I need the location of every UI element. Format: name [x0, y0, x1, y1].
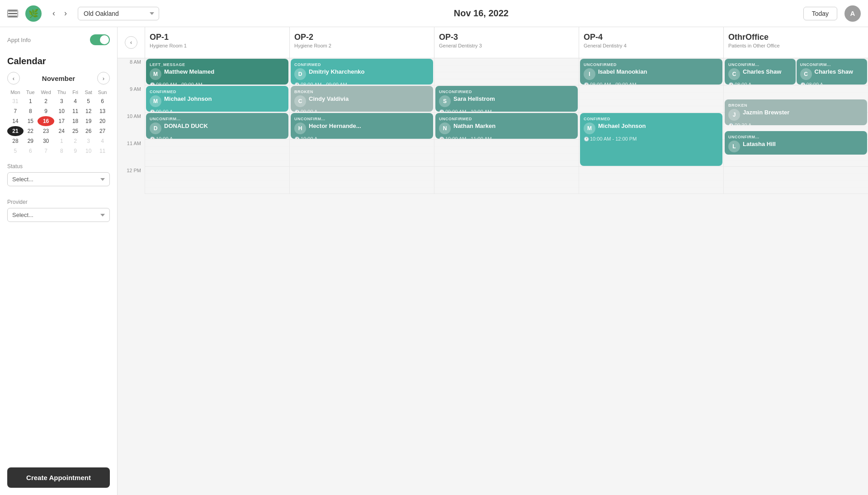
cal-day[interactable]: 10: [82, 146, 95, 156]
cal-day[interactable]: 2: [38, 96, 55, 106]
user-avatar[interactable]: A: [844, 5, 861, 22]
appt-time: 🕐 10:00 AM - 11:00 AM: [439, 136, 574, 139]
cal-day[interactable]: 6: [24, 146, 38, 156]
status-select[interactable]: Select...: [7, 172, 110, 186]
cal-day[interactable]: 24: [54, 126, 69, 136]
room-header-othr: OthrOffice Patients in Other Office: [723, 27, 868, 58]
appointment-card[interactable]: UNCONFIRM...CCharles Shaw🕐 08:00 A...: [725, 59, 796, 85]
appointment-card[interactable]: LEFT_MESSAGEMMatthew Melamed🕐 08:00 AM -…: [146, 59, 288, 85]
top-header: 🌿 ‹ › Old Oakland Nov 16, 2022 Today A: [0, 0, 868, 27]
room-name-othr: OthrOffice: [728, 33, 863, 42]
appt-name: Charles Shaw: [815, 68, 853, 75]
cal-day[interactable]: 15: [24, 116, 38, 126]
appt-name: DONALD DUCK: [164, 123, 208, 130]
appointment-card[interactable]: UNCONFIRM...HHector Hernande...🕐 10:00 A…: [291, 113, 433, 139]
cal-day[interactable]: 4: [95, 136, 110, 146]
cal-day[interactable]: 14: [7, 116, 24, 126]
cal-day[interactable]: 12: [82, 106, 95, 116]
cal-day[interactable]: 11: [95, 146, 110, 156]
cal-day[interactable]: 7: [7, 106, 24, 116]
nav-next-button[interactable]: ›: [61, 7, 71, 20]
appointment-card[interactable]: UNCONFIRMEDSSara Hellstrom🕐 09:00 AM - 1…: [435, 86, 578, 112]
create-appointment-button[interactable]: Create Appointment: [7, 467, 110, 488]
appt-time: 🕐 08:00 AM - 09:00 AM: [150, 82, 285, 85]
cal-day[interactable]: 29: [24, 136, 38, 146]
cal-day[interactable]: 11: [69, 106, 82, 116]
appointment-card[interactable]: CONFIRMEDMMichael Johnson🕐 10:00 AM - 12…: [580, 113, 722, 166]
cal-day[interactable]: 21: [7, 126, 24, 136]
cal-next-button[interactable]: ›: [97, 72, 110, 85]
menu-button[interactable]: [7, 9, 18, 18]
appt-time: 🕐 10:00 A...: [294, 136, 429, 139]
appointment-card[interactable]: UNCONFIRM...LLatasha Hill🕐 10:40 A...: [725, 131, 867, 155]
appointment-card[interactable]: UNCONFIRMEDNNathan Marken🕐 10:00 AM - 11…: [435, 113, 578, 139]
room-header-op2: OP-2 Hygiene Room 2: [289, 27, 434, 58]
appt-time: 🕐 09:00 AM - 10:00 AM: [439, 109, 574, 112]
logo: 🌿: [25, 5, 42, 22]
appointment-card[interactable]: BROKENCCindy Valdivia🕐 09:00 A...: [291, 86, 433, 112]
cal-day[interactable]: 7: [38, 146, 55, 156]
date-display: Nov 16, 2022: [166, 8, 796, 19]
cal-day[interactable]: 5: [7, 146, 24, 156]
cal-day[interactable]: 30: [38, 136, 55, 146]
cal-prev-button[interactable]: ‹: [7, 72, 20, 85]
appointment-card[interactable]: BROKENJJazmin Brewster🕐 09:30 A...: [725, 99, 867, 125]
nav-prev-button[interactable]: ‹: [49, 7, 59, 20]
cal-day[interactable]: 22: [24, 126, 38, 136]
appt-name: Jazmin Brewster: [743, 109, 789, 116]
cal-day[interactable]: 1: [54, 136, 69, 146]
cal-day[interactable]: 31: [7, 96, 24, 106]
time-row: 8 AM: [118, 58, 145, 85]
cal-day[interactable]: 9: [38, 106, 55, 116]
calendar-section: Calendar ‹ November › Mon Tue Wed Thu Fr…: [0, 52, 117, 163]
cal-month-label: November: [42, 75, 75, 82]
room-name-op3: OP-3: [439, 33, 574, 42]
cal-day[interactable]: 3: [82, 136, 95, 146]
time-label: 11 AM: [127, 141, 141, 146]
cal-day[interactable]: 5: [82, 96, 95, 106]
cal-day[interactable]: 4: [69, 96, 82, 106]
appointment-card[interactable]: CONFIRMEDMMichael Johnson🕐 09:00 A...: [146, 86, 288, 112]
cal-dow-fri: Fri: [69, 88, 82, 96]
appt-time: 🕐 08:00 A...: [728, 82, 792, 85]
appt-avatar: S: [439, 95, 451, 107]
cal-day[interactable]: 19: [82, 116, 95, 126]
appt-avatar: L: [728, 141, 740, 152]
cal-day[interactable]: 16: [38, 116, 55, 126]
nav-arrows: ‹ ›: [49, 7, 71, 20]
cal-day[interactable]: 20: [95, 116, 110, 126]
location-select[interactable]: Old Oakland: [78, 7, 159, 20]
provider-select[interactable]: Select...: [7, 208, 110, 222]
appointment-card[interactable]: UNCONFIRM...CCharles Shaw🕐 08:00 A...: [797, 59, 868, 85]
cal-day[interactable]: 10: [54, 106, 69, 116]
cal-day[interactable]: 23: [38, 126, 55, 136]
cal-day[interactable]: 1: [24, 96, 38, 106]
appt-name: Nathan Marken: [453, 123, 495, 130]
cal-day[interactable]: 18: [69, 116, 82, 126]
appt-info-toggle[interactable]: [90, 34, 110, 45]
appointment-card[interactable]: CONFIRMEDDDmitriy Kharchenko🕐 08:00 AM -…: [291, 59, 433, 85]
cal-dow-mon: Mon: [7, 88, 24, 96]
cal-day[interactable]: 8: [24, 106, 38, 116]
cal-day[interactable]: 26: [82, 126, 95, 136]
cal-day[interactable]: 9: [69, 146, 82, 156]
cal-day[interactable]: 17: [54, 116, 69, 126]
cal-day[interactable]: 28: [7, 136, 24, 146]
cal-day[interactable]: 6: [95, 96, 110, 106]
cal-day[interactable]: 13: [95, 106, 110, 116]
cal-day[interactable]: 8: [54, 146, 69, 156]
collapse-sidebar-button[interactable]: ‹: [125, 36, 137, 49]
cal-day[interactable]: 25: [69, 126, 82, 136]
today-button[interactable]: Today: [803, 7, 837, 20]
provider-filter: Provider Select...: [0, 199, 117, 229]
time-row: 11 AM: [118, 140, 145, 167]
appointment-card[interactable]: UNCONFIRMEDIIsabel Manookian🕐 08:00 AM -…: [580, 59, 722, 85]
time-column: 8 AM9 AM10 AM11 AM12 PM: [118, 58, 145, 194]
appt-time: 🕐 10:00 A...: [150, 136, 285, 139]
hour-row: [290, 167, 434, 194]
cal-day[interactable]: 27: [95, 126, 110, 136]
cal-day[interactable]: 3: [54, 96, 69, 106]
time-label: 8 AM: [130, 59, 141, 65]
cal-day[interactable]: 2: [69, 136, 82, 146]
appointment-card[interactable]: UNCONFIRM...DDONALD DUCK🕐 10:00 A...: [146, 113, 288, 139]
